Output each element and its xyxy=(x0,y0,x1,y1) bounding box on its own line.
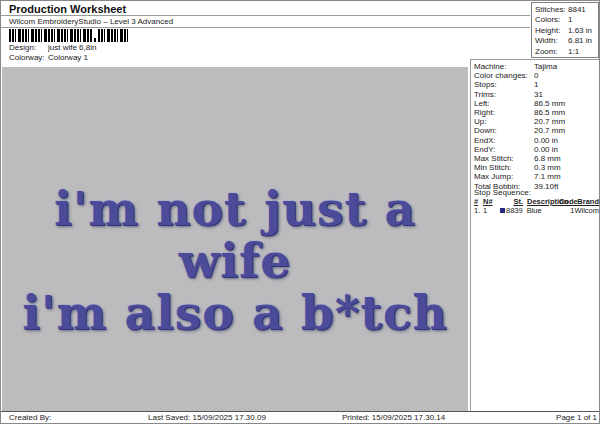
col-num: # xyxy=(474,197,483,206)
header-divider-top xyxy=(1,15,530,16)
col-code: Code xyxy=(559,197,575,206)
up-row: Up:20.7 mm xyxy=(474,117,600,126)
summary-colors: Colors:1 xyxy=(535,15,598,25)
col-brand: Brand xyxy=(575,197,599,206)
summary-width: Width:6.81 in xyxy=(535,36,598,46)
barcode-segment-2 xyxy=(98,29,128,42)
col-description: Description xyxy=(523,197,559,206)
design-preview-canvas: i'm not just a wife i'm also a b*tch xyxy=(2,67,468,411)
embroidery-text-line-2: i'm also a b*tch xyxy=(2,287,468,339)
embroidery-design: i'm not just a wife i'm also a b*tch xyxy=(2,67,468,339)
thread-color-swatch xyxy=(500,208,505,213)
col-st: St. xyxy=(496,197,523,206)
summary-zoom: Zoom:1:1 xyxy=(535,47,598,57)
endx-row: EndX:0.00 in xyxy=(474,136,600,145)
barcode-segment-1 xyxy=(9,29,93,42)
min-stitch-row: Min Stitch:0.3 mm xyxy=(474,163,600,172)
design-summary-box: Stitches:8841 Colors:1 Height:1.63 in Wi… xyxy=(531,2,599,58)
right-row: Right:86.5 mm xyxy=(474,108,600,117)
header-divider-bottom xyxy=(1,27,530,28)
stops-row: Stops:1 xyxy=(474,80,600,89)
endy-row: EndY:0.00 in xyxy=(474,145,600,154)
page-title: Production Worksheet xyxy=(9,3,126,15)
design-value: just wife 6,8in xyxy=(48,43,96,52)
machine-row: Machine:Tajima xyxy=(474,62,600,71)
barcode-separator xyxy=(93,29,98,42)
panel-top-divider xyxy=(470,59,600,60)
stop-sequence-header: # N# St. Description Code Brand xyxy=(474,197,599,206)
max-stitch-row: Max Stitch:6.8 mm xyxy=(474,154,600,163)
stop-sequence-section: Stop Sequence: # N# St. Description Code… xyxy=(474,188,599,215)
summary-stitches: Stitches:8841 xyxy=(535,5,598,15)
embroidery-text-line-1: i'm not just a wife xyxy=(2,183,468,287)
panel-vertical-divider xyxy=(470,59,471,411)
design-label: Design: xyxy=(9,43,48,52)
col-n: N# xyxy=(483,197,496,206)
stop-sequence-row: 1. 1 8839 Blue 1 Wilcom xyxy=(474,206,599,215)
colorway-label: Colorway: xyxy=(9,53,48,62)
color-changes-row: Color changes:0 xyxy=(474,71,600,80)
left-row: Left:86.5 mm xyxy=(474,99,600,108)
stop-sequence-table: # N# St. Description Code Brand 1. 1 883… xyxy=(474,197,599,215)
production-worksheet-page: Production Worksheet Wilcom EmbroiderySt… xyxy=(0,0,600,424)
design-barcode xyxy=(9,29,133,42)
trims-row: Trims:31 xyxy=(474,90,600,99)
created-by-label: Created By: xyxy=(9,413,51,422)
footer-divider xyxy=(1,411,600,412)
colorway-value: Colorway 1 xyxy=(48,53,88,62)
colorway-row: Colorway:Colorway 1 xyxy=(9,53,88,62)
machine-info-panel: Machine:Tajima Color changes:0 Stops:1 T… xyxy=(474,62,600,191)
down-row: Down:20.7 mm xyxy=(474,126,600,135)
design-name-row: Design:just wife 6,8in xyxy=(9,43,96,52)
last-saved-text: Last Saved: 15/09/2025 17.30.09 xyxy=(148,413,266,422)
printed-text: Printed: 15/09/2025 17.30.14 xyxy=(342,413,445,422)
stop-sequence-title: Stop Sequence: xyxy=(474,188,599,197)
page-number: Page 1 of 1 xyxy=(556,413,597,422)
summary-height: Height:1.63 in xyxy=(535,26,598,36)
max-jump-row: Max Jump:7.1 mm xyxy=(474,172,600,181)
software-subtitle: Wilcom EmbroideryStudio – Level 3 Advanc… xyxy=(9,17,173,26)
